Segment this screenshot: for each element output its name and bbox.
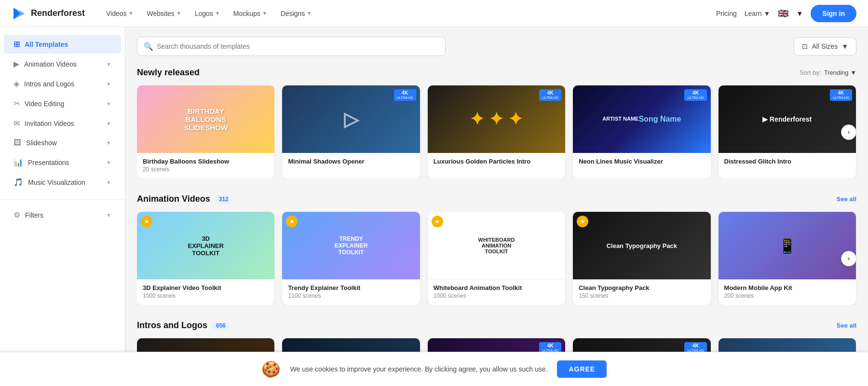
chevron-icon: ▼ <box>129 11 134 16</box>
search-icon: 🔍 <box>144 42 153 51</box>
nav-designs[interactable]: Designs ▼ <box>275 6 318 21</box>
card-whiteboard[interactable]: ★ WHITEBOARDANIMATIONTOOLKIT Whiteboard … <box>428 212 565 305</box>
card-neon[interactable]: 4KULTRA HD ARTIST NAMESong Name Neon Lin… <box>573 85 710 179</box>
thumb-text: WHITEBOARDANIMATIONTOOLKIT <box>428 212 565 279</box>
search-input[interactable] <box>137 37 446 56</box>
chevron-icon: ▼ <box>215 11 220 16</box>
card-info: Birthday Balloons Slideshow 20 scenes <box>137 153 274 179</box>
nav-logos[interactable]: Logos ▼ <box>189 6 226 21</box>
card-particles[interactable]: 4KULTRA HD ✦ ✦ ✦ Luxurious Golden Partic… <box>428 85 565 179</box>
nav-mockups[interactable]: Mockups ▼ <box>228 6 273 21</box>
sort-dropdown[interactable]: Trending ▼ <box>824 69 856 76</box>
card-title: Clean Typography Pack <box>579 284 705 291</box>
chevron-icon: ▼ <box>764 10 771 17</box>
card-title: Minimal Shadows Opener <box>288 158 414 165</box>
thumb-text: TRENDYEXPLAINERTOOLKIT <box>282 212 420 279</box>
sidebar-item-slideshow[interactable]: 🖼 Slideshow ▼ <box>4 134 121 152</box>
pricing-link[interactable]: Pricing <box>716 10 737 17</box>
see-all-link[interactable]: See all <box>837 195 856 203</box>
card-typography[interactable]: ★ Clean Typography Pack Clean Typography… <box>573 212 710 305</box>
scroll-right-button[interactable]: › <box>841 251 856 266</box>
card-trendy[interactable]: ★ TRENDYEXPLAINERTOOLKIT Trendy Explaine… <box>282 212 420 305</box>
see-all-link[interactable]: See all <box>837 322 856 329</box>
scissors-icon: ✂ <box>14 99 20 108</box>
card-birthday[interactable]: BIRTHDAYBALLOONSSLIDESHOW Birthday Ballo… <box>137 85 274 179</box>
nav-links: Videos ▼ Websites ▼ Logos ▼ Mockups ▼ De… <box>100 6 716 21</box>
card-info: Modern Mobile App Kit 200 scenes <box>719 279 856 305</box>
section-title: Animation Videos <box>137 194 210 204</box>
presentations-icon: 📊 <box>14 158 23 167</box>
chevron-down-icon: ▼ <box>106 179 111 185</box>
intros-icon: ◈ <box>14 79 19 88</box>
chevron-down-icon: ▼ <box>106 101 111 107</box>
card-3d-explainer[interactable]: ★ 3DEXPLAINERTOOLKIT 3D Explainer Video … <box>137 212 274 305</box>
agree-button[interactable]: AGREE <box>557 360 607 378</box>
nav-right: Pricing Learn ▼ 🇬🇧 ▼ Sign in <box>716 5 856 22</box>
logo[interactable]: Renderforest <box>12 6 85 21</box>
card-scenes: 200 scenes <box>724 292 850 299</box>
main-content: 🔍 ⊡ All Sizes ▼ Newly released Sort by: … <box>125 27 868 386</box>
filter-icon: ⚙ <box>14 210 20 220</box>
scroll-right-button[interactable]: › <box>841 124 856 140</box>
badge-star: ★ <box>577 216 588 227</box>
language-flag[interactable]: 🇬🇧 <box>778 8 788 19</box>
card-thumbnail: ★ Clean Typography Pack <box>573 212 710 279</box>
card-info: Distressed Glitch Intro <box>719 153 856 172</box>
thumb-text: ▷ <box>282 85 420 153</box>
card-thumbnail: ★ 3DEXPLAINERTOOLKIT <box>137 212 274 279</box>
section-title-wrap: Intros and Logos 656 <box>137 320 230 331</box>
sidebar-item-presentations[interactable]: 📊 Presentations ▼ <box>4 153 121 172</box>
card-scenes: 1000 scenes <box>143 292 269 299</box>
card-title: Luxurious Golden Particles Intro <box>434 158 559 165</box>
card-title: Modern Mobile App Kit <box>724 284 850 291</box>
sidebar-item-intros-logos[interactable]: ◈ Intros and Logos ▼ <box>4 74 121 93</box>
sidebar-filters[interactable]: ⚙ Filters ▼ <box>4 206 121 224</box>
size-filter-select[interactable]: ⊡ All Sizes ▼ <box>794 37 856 55</box>
section-badge: 656 <box>212 321 230 330</box>
sidebar-item-music-visualization[interactable]: 🎵 Music Visualization ▼ <box>4 173 121 192</box>
logo-text: Renderforest <box>31 8 85 18</box>
card-info: Luxurious Golden Particles Intro <box>428 153 565 172</box>
chevron-down-icon: ▼ <box>106 212 111 218</box>
card-scenes: 1100 scenes <box>288 292 414 299</box>
play-icon: ▶ <box>14 59 19 69</box>
sidebar-item-animation-videos[interactable]: ▶ Animation Videos ▼ <box>4 55 121 73</box>
card-thumbnail: 📱 <box>719 212 856 279</box>
section-title-wrap: Animation Videos 312 <box>137 194 232 204</box>
chevron-down-icon: ▼ <box>106 160 111 165</box>
sidebar-item-all-templates[interactable]: ⊞ All Templates <box>4 35 121 54</box>
card-shadows[interactable]: 4KULTRA HD ▷ Minimal Shadows Opener <box>282 85 420 179</box>
section-badge: 312 <box>215 195 232 204</box>
search-bar: 🔍 ⊡ All Sizes ▼ <box>137 37 856 56</box>
thumb-text: 3DEXPLAINERTOOLKIT <box>137 212 274 279</box>
card-thumbnail: 4KULTRA HD ARTIST NAMESong Name <box>573 85 710 153</box>
sidebar-item-video-editing[interactable]: ✂ Video Editing ▼ <box>4 94 121 113</box>
badge-4k: 4KULTRA HD <box>539 89 561 101</box>
card-thumbnail: 4KULTRA HD ✦ ✦ ✦ <box>428 85 565 153</box>
cookie-icon: 🍪 <box>261 360 281 378</box>
card-glitch[interactable]: 4KULTRA HD ▶ Renderforest Distressed Gli… <box>719 85 856 179</box>
chevron-icon: ▼ <box>307 11 312 16</box>
card-scenes: 1000 scenes <box>434 292 559 299</box>
section-title: Intros and Logos <box>137 320 207 331</box>
envelope-icon: ✉ <box>14 119 20 128</box>
card-mobile-app[interactable]: 📱 Modern Mobile App Kit 200 scenes <box>719 212 856 305</box>
signin-button[interactable]: Sign in <box>811 5 856 22</box>
card-info: Whiteboard Animation Toolkit 1000 scenes <box>428 279 565 305</box>
chevron-icon: ▼ <box>262 11 267 16</box>
nav-videos[interactable]: Videos ▼ <box>100 6 139 21</box>
page-layout: ⊞ All Templates ▶ Animation Videos ▼ ◈ I… <box>0 27 868 386</box>
section-title: Newly released <box>137 68 200 78</box>
card-thumbnail: 4KULTRA HD ▶ Renderforest <box>719 85 856 153</box>
cookie-banner: 🍪 We use cookies to improve your experie… <box>0 352 868 386</box>
logo-icon <box>12 6 27 21</box>
badge-4k: 4KULTRA HD <box>830 89 852 101</box>
chevron-icon: ▼ <box>176 11 181 16</box>
chevron-down-icon: ▼ <box>106 121 111 126</box>
thumb-text: 📱 <box>719 212 856 279</box>
card-title: Distressed Glitch Intro <box>724 158 850 165</box>
nav-websites[interactable]: Websites ▼ <box>141 6 187 21</box>
learn-link[interactable]: Learn ▼ <box>745 10 771 17</box>
sidebar-item-invitation-videos[interactable]: ✉ Invitation Videos ▼ <box>4 114 121 133</box>
card-info: Neon Lines Music Visualizer <box>573 153 710 172</box>
